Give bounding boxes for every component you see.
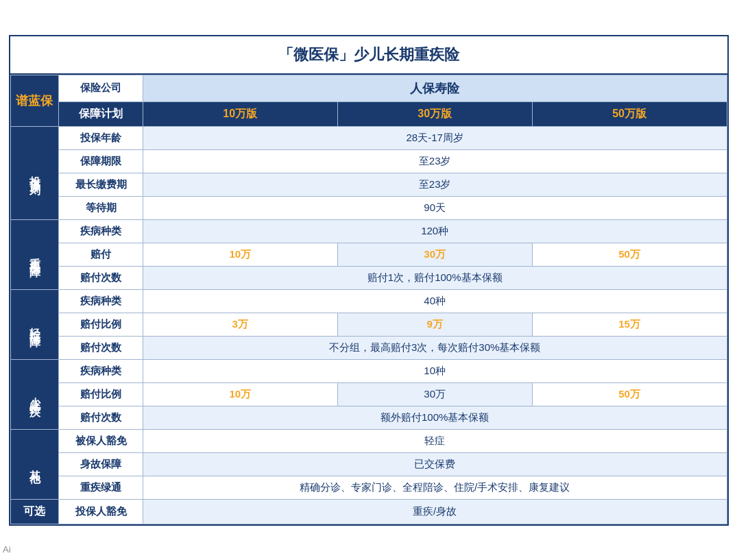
invest-wait-label: 等待期: [59, 196, 143, 219]
other-death-row: 身故保障 已交保费: [10, 452, 727, 476]
company-row: 谱蓝保 保险公司 人保寿险: [10, 75, 727, 101]
child-times-label: 赔付次数: [59, 406, 143, 429]
child-ratio-row: 赔付比例 10万 30万 50万: [10, 382, 727, 406]
mild-ratio-50: 15万: [532, 313, 727, 336]
mild-ratio-label: 赔付比例: [59, 313, 143, 336]
critical-cat: 重疾保障: [10, 219, 59, 289]
mild-ratio-10: 3万: [143, 313, 337, 336]
other-death-val: 已交保费: [143, 452, 727, 476]
mild-ratio-30: 9万: [337, 313, 532, 336]
child-cat: 少儿特疾: [10, 359, 59, 429]
main-container: 「微医保」少儿长期重疾险 谱蓝保 保险公司 人保寿险 保障计划 10万版 30万…: [9, 35, 729, 526]
child-times-val: 额外赔付100%基本保额: [143, 406, 727, 429]
mild-cat: 轻症保障: [10, 289, 59, 359]
other-exempt-label: 被保人豁免: [59, 429, 143, 452]
critical-times-val: 赔付1次，赔付100%基本保额: [143, 266, 727, 289]
child-ratio-50: 50万: [532, 382, 727, 406]
invest-pay-val: 至23岁: [143, 173, 727, 196]
child-type-row: 少儿特疾 疾病种类 10种: [10, 359, 727, 382]
invest-wait-row: 等待期 90天: [10, 196, 727, 219]
ai-label: Ai: [3, 544, 11, 555]
plan-50-cell: 50万版: [532, 101, 727, 126]
other-green-val: 精确分诊、专家门诊、全程陪诊、住院/手术安排、康复建议: [143, 476, 727, 499]
critical-type-row: 重疾保障 疾病种类 120种: [10, 219, 727, 243]
invest-period-label: 保障期限: [59, 149, 143, 173]
other-death-label: 身故保障: [59, 452, 143, 476]
plan-30-cell: 30万版: [337, 101, 532, 126]
critical-payout-50: 50万: [532, 243, 727, 266]
brand-cell: 谱蓝保: [10, 75, 59, 126]
child-type-val: 10种: [143, 359, 727, 382]
child-ratio-30: 30万: [337, 382, 532, 406]
page-title: 「微医保」少儿长期重疾险: [10, 36, 727, 75]
invest-age-val: 28天-17周岁: [143, 126, 727, 149]
other-green-label: 重疾绿通: [59, 476, 143, 499]
mild-type-val: 40种: [143, 289, 727, 313]
child-type-label: 疾病种类: [59, 359, 143, 382]
critical-times-label: 赔付次数: [59, 266, 143, 289]
optional-val: 重疾/身故: [143, 499, 727, 524]
plan-row: 保障计划 10万版 30万版 50万版: [10, 101, 727, 126]
mild-ratio-row: 赔付比例 3万 9万 15万: [10, 313, 727, 336]
invest-wait-val: 90天: [143, 196, 727, 219]
child-ratio-10: 10万: [143, 382, 337, 406]
optional-row: 可选 投保人豁免 重疾/身故: [10, 499, 727, 524]
invest-period-val: 至23岁: [143, 149, 727, 173]
mild-times-val: 不分组，最高赔付3次，每次赔付30%基本保额: [143, 336, 727, 359]
invest-period-row: 保障期限 至23岁: [10, 149, 727, 173]
other-cat: 其他: [10, 429, 59, 499]
invest-cat: 投保原则: [10, 126, 59, 219]
mild-times-row: 赔付次数 不分组，最高赔付3次，每次赔付30%基本保额: [10, 336, 727, 359]
critical-times-row: 赔付次数 赔付1次，赔付100%基本保额: [10, 266, 727, 289]
invest-age-label: 投保年龄: [59, 126, 143, 149]
other-exempt-val: 轻症: [143, 429, 727, 452]
optional-label: 投保人豁免: [59, 499, 143, 524]
optional-cat: 可选: [10, 499, 59, 524]
invest-pay-label: 最长缴费期: [59, 173, 143, 196]
mild-type-row: 轻症保障 疾病种类 40种: [10, 289, 727, 313]
invest-pay-row: 最长缴费期 至23岁: [10, 173, 727, 196]
mild-times-label: 赔付次数: [59, 336, 143, 359]
plan-10-cell: 10万版: [143, 101, 337, 126]
company-name-cell: 人保寿险: [143, 75, 727, 101]
plan-label-cell: 保障计划: [59, 101, 143, 126]
other-exempt-row: 其他 被保人豁免 轻症: [10, 429, 727, 452]
critical-payout-label: 赔付: [59, 243, 143, 266]
critical-payout-30: 30万: [337, 243, 532, 266]
child-ratio-label: 赔付比例: [59, 382, 143, 406]
child-times-row: 赔付次数 额外赔付100%基本保额: [10, 406, 727, 429]
critical-type-val: 120种: [143, 219, 727, 243]
invest-age-row: 投保原则 投保年龄 28天-17周岁: [10, 126, 727, 149]
other-green-row: 重疾绿通 精确分诊、专家门诊、全程陪诊、住院/手术安排、康复建议: [10, 476, 727, 499]
company-label-cell: 保险公司: [59, 75, 143, 101]
critical-payout-10: 10万: [143, 243, 337, 266]
critical-payout-row: 赔付 10万 30万 50万: [10, 243, 727, 266]
info-table: 谱蓝保 保险公司 人保寿险 保障计划 10万版 30万版 50万版 投保原则 投…: [10, 75, 727, 524]
critical-type-label: 疾病种类: [59, 219, 143, 243]
mild-type-label: 疾病种类: [59, 289, 143, 313]
